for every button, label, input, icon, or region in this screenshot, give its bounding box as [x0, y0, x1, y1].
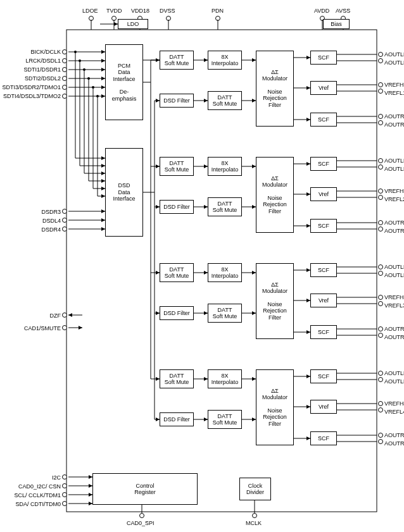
pin-aoutln4: AOUTLN4 [384, 378, 404, 385]
pin-aoutrn2: AOUTRN2 [384, 228, 404, 234]
pin-aoutln2: AOUTLN2 [384, 166, 404, 172]
pin-aoutlp1: AOUTLP1 [384, 51, 404, 58]
pin-vrefl3: VREFL3 [384, 302, 404, 309]
pin-aoutlp2: AOUTLP2 [384, 158, 404, 164]
pin-vrefh1: VREFH1 [384, 82, 404, 88]
pin-aoutrn1: AOUTRN1 [384, 121, 404, 128]
pin-vrefl4: VREFL4 [384, 409, 404, 415]
block-diagram: LDOE TVDD VDD18 DVSS PDN AVDD AVSS LDO B… [0, 0, 404, 532]
pin-aoutrn3: AOUTRN3 [384, 334, 404, 340]
pin-aoutrp3: AOUTRP3 [384, 326, 404, 332]
pin-vrefl2: VREFL2 [384, 196, 404, 202]
pin-aoutrp4: AOUTRP4 [384, 432, 404, 438]
pin-aoutlp4: AOUTLP4 [384, 370, 404, 376]
pin-vrefh4: VREFH4 [384, 400, 404, 407]
pin-aoutrp1: AOUTRP1 [384, 113, 404, 120]
pin-aoutrp2: AOUTRP2 [384, 220, 404, 226]
pin-aoutln1: AOUTLN1 [384, 59, 404, 66]
pin-aoutln3: AOUTLN3 [384, 272, 404, 278]
pin-vrefh2: VREFH2 [384, 188, 404, 194]
pin-vrefl1: VREFL1 [384, 90, 404, 96]
pin-aoutrn4: AOUTRN4 [384, 440, 404, 447]
pin-aoutlp3: AOUTLP3 [384, 264, 404, 270]
pin-vrefh3: VREFH3 [384, 294, 404, 300]
